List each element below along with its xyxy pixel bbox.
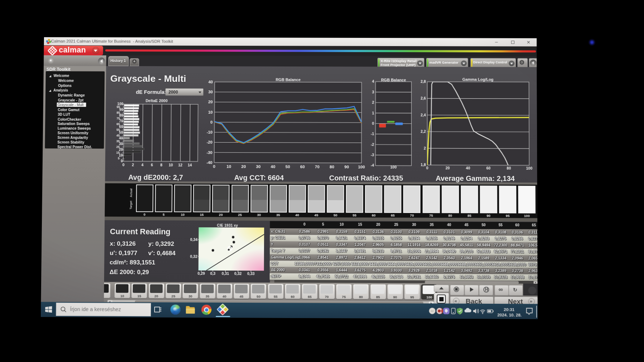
svg-text:0: 0	[426, 166, 428, 170]
svg-text:40: 40	[271, 164, 275, 169]
svg-text:80: 80	[330, 165, 334, 169]
svg-text:3: 3	[372, 90, 374, 94]
svg-text:100: 100	[526, 167, 532, 170]
svg-text:30: 30	[208, 90, 213, 94]
svg-text:55: 55	[116, 128, 120, 132]
svg-text:15: 15	[116, 151, 120, 154]
svg-text:2: 2	[372, 100, 374, 104]
svg-text:35: 35	[116, 139, 120, 143]
svg-text:-10: -10	[207, 130, 213, 134]
svg-text:60: 60	[300, 165, 305, 169]
svg-text:-30: -30	[206, 150, 213, 154]
svg-text:12: 12	[178, 163, 182, 167]
svg-text:0: 0	[372, 122, 374, 125]
svg-text:RGB Balance: RGB Balance	[275, 78, 301, 82]
svg-text:100: 100	[358, 165, 365, 169]
svg-text:45: 45	[116, 134, 120, 137]
svg-text:2: 2	[424, 146, 426, 150]
svg-text:100: 100	[390, 165, 397, 169]
svg-text:1,8: 1,8	[421, 163, 426, 167]
svg-text:4: 4	[141, 163, 143, 167]
svg-text:90: 90	[345, 165, 349, 169]
svg-text:2: 2	[132, 163, 134, 167]
svg-text:20: 20	[241, 164, 246, 169]
svg-text:0,3: 0,3	[210, 272, 215, 276]
svg-text:50: 50	[286, 164, 290, 169]
svg-text:20: 20	[445, 166, 450, 170]
svg-text:1: 1	[372, 111, 374, 115]
svg-text:40: 40	[208, 80, 213, 84]
svg-text:10: 10	[169, 163, 173, 167]
svg-text:-2: -2	[371, 143, 374, 147]
svg-text:10: 10	[208, 110, 213, 114]
svg-text:0,33: 0,33	[247, 272, 255, 276]
svg-text:NV: NV	[431, 310, 434, 312]
svg-text:14: 14	[188, 163, 192, 167]
svg-text:8: 8	[160, 163, 162, 167]
svg-text:95: 95	[117, 105, 120, 109]
svg-text:4: 4	[372, 80, 374, 84]
svg-text:-4: -4	[371, 164, 374, 168]
svg-text:CIE 1931 xy: CIE 1931 xy	[217, 223, 238, 227]
svg-text:0,31: 0,31	[222, 272, 229, 276]
svg-text:0,32: 0,32	[190, 254, 197, 258]
svg-text:5: 5	[118, 157, 119, 160]
svg-text:20: 20	[208, 100, 213, 104]
svg-text:6: 6	[151, 163, 153, 167]
svg-text:85: 85	[117, 111, 120, 114]
svg-text:0,32: 0,32	[234, 272, 242, 276]
svg-text:2,8: 2,8	[420, 80, 426, 84]
svg-text:2,6: 2,6	[421, 96, 426, 100]
svg-text:80: 80	[507, 166, 511, 170]
svg-text:25: 25	[116, 145, 120, 149]
svg-text:75: 75	[117, 116, 120, 120]
svg-text:65: 65	[117, 122, 120, 126]
svg-text:-20: -20	[206, 140, 213, 144]
svg-text:-1: -1	[371, 132, 374, 136]
svg-text:0: 0	[122, 163, 125, 167]
svg-text:10: 10	[226, 164, 231, 169]
svg-text:-3: -3	[371, 153, 374, 157]
svg-text:60: 60	[486, 166, 491, 170]
svg-text:Gamma Log/Log: Gamma Log/Log	[462, 77, 493, 81]
svg-text:0: 0	[213, 164, 215, 169]
svg-text:DeltaE 2000: DeltaE 2000	[146, 99, 168, 103]
svg-text:-40: -40	[206, 160, 213, 165]
svg-text:2,4: 2,4	[421, 113, 426, 117]
svg-text:0,29: 0,29	[197, 272, 205, 276]
svg-text:RGB Balance: RGB Balance	[381, 78, 406, 82]
svg-text:30: 30	[256, 164, 261, 169]
svg-text:0: 0	[210, 120, 213, 124]
svg-text:70: 70	[315, 165, 319, 169]
svg-text:40: 40	[466, 166, 470, 170]
svg-text:0,34: 0,34	[190, 238, 198, 242]
svg-text:2,2: 2,2	[421, 130, 426, 134]
